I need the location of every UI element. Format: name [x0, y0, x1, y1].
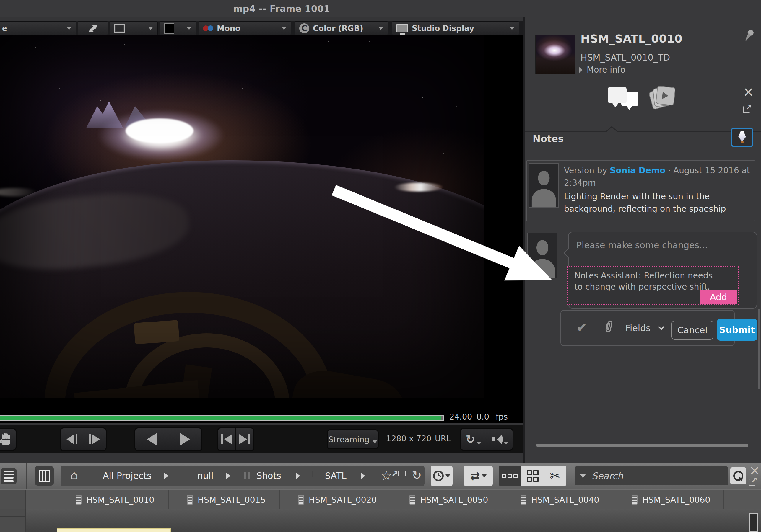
filmstrip-icon	[298, 495, 304, 505]
view-mode-toggle: ✂	[499, 465, 566, 486]
fields-dropdown[interactable]: Fields	[625, 323, 651, 333]
breadcrumb-project[interactable]: null	[197, 471, 213, 481]
goto-start-button[interactable]	[218, 428, 236, 450]
chevron-down-icon	[373, 441, 377, 444]
breadcrumb-all-projects[interactable]: All Projects	[103, 471, 151, 481]
clock-icon	[433, 471, 444, 481]
breadcrumb-sequence[interactable]: SATL	[325, 471, 347, 481]
favorite-star-icon[interactable]: ☆	[380, 469, 392, 482]
cancel-button[interactable]: Cancel	[672, 321, 713, 340]
reply-action-bar: ✔ Fields Cancel Submit	[560, 310, 735, 346]
search-input[interactable]	[592, 471, 704, 481]
author-link[interactable]: Sonia Demo	[610, 166, 665, 175]
search-filter-caret-icon	[580, 474, 586, 478]
breadcrumb-arrow-icon	[296, 473, 300, 479]
streaming-dropdown[interactable]: Streaming	[327, 429, 379, 449]
fps-rate: 24.00	[449, 412, 472, 421]
grid-view-button[interactable]	[521, 465, 544, 486]
tab-versions[interactable]	[651, 86, 680, 113]
play-reverse-icon	[147, 433, 156, 446]
channel-dropdown[interactable]: C Color (RGB)	[295, 21, 388, 35]
add-button[interactable]: Add	[700, 290, 737, 304]
shot-column-header[interactable]: HSM_SATL_0020	[279, 490, 390, 509]
display-profile-dropdown[interactable]: Studio Display	[392, 21, 519, 35]
goto-end-icon	[239, 434, 247, 444]
columns-icon	[39, 470, 50, 482]
video-viewport[interactable]: 24.00 0.0 fps	[0, 35, 523, 423]
search-button[interactable]	[730, 467, 746, 485]
close-panel-icon[interactable]: ×	[743, 85, 754, 98]
chevron-down-icon	[509, 27, 515, 30]
open-browser-external-icon[interactable]: ↗	[749, 477, 757, 486]
background-color-dropdown[interactable]	[160, 21, 196, 35]
play-group	[135, 428, 203, 451]
stereo-mode-dropdown[interactable]: Mono	[199, 21, 291, 35]
hand-icon	[1, 433, 11, 446]
breadcrumb: ⌂ All Projects null Shots SATL ☆ ↗ ↻	[61, 465, 425, 486]
speaker-icon	[492, 434, 502, 444]
notes-header: Notes	[533, 133, 564, 144]
fps-unit: fps	[496, 412, 508, 421]
horizontal-scrollbar[interactable]	[536, 444, 748, 447]
avatar	[527, 233, 557, 278]
black-swatch-icon	[164, 23, 174, 34]
timeline-scrubber[interactable]	[0, 415, 444, 421]
filmstrip-icon	[76, 495, 82, 505]
loop-button[interactable]: ↻	[461, 429, 487, 450]
chat-bubbles-icon	[608, 87, 626, 103]
list-view-icon	[501, 474, 506, 478]
submit-button[interactable]: Submit	[717, 319, 757, 341]
window-title: mp4 -- Frame 1001	[233, 4, 330, 14]
goto-end-button[interactable]	[236, 428, 254, 450]
pin-icon[interactable]	[739, 27, 758, 48]
close-browser-icon[interactable]: ×	[749, 464, 760, 477]
check-icon[interactable]: ✔	[576, 320, 587, 335]
shot-column-header[interactable]: HSM_SATL_0015	[168, 490, 279, 509]
video-frame	[0, 35, 484, 398]
annotate-button[interactable]	[731, 128, 753, 147]
breadcrumb-shots[interactable]: Shots	[257, 471, 281, 481]
reply-placeholder: Please make some changes...	[576, 240, 708, 250]
recent-history-button[interactable]	[431, 465, 452, 486]
search-field[interactable]	[575, 466, 728, 485]
pan-zoom-button[interactable]	[78, 21, 108, 35]
shot-column-header[interactable]: HSM_SATL_0010	[57, 490, 168, 509]
frame-mode-dropdown[interactable]	[110, 21, 158, 35]
title-bar: mp4 -- Frame 1001	[0, 0, 761, 17]
avatar	[529, 163, 558, 208]
breadcrumb-arrow-icon	[164, 473, 168, 479]
open-external-icon[interactable]: ↗	[743, 104, 752, 113]
transport-controls: Streaming 1280 x 720 URL ↻	[0, 425, 523, 453]
notes-assistant-suggestion[interactable]: Notes Assistant: Reflection needs to cha…	[567, 266, 739, 305]
volume-button[interactable]	[487, 429, 512, 450]
menu-button[interactable]	[1, 468, 17, 485]
sort-button[interactable]: ⇄	[464, 465, 493, 486]
step-back-button[interactable]	[61, 428, 83, 450]
tab-notes[interactable]	[608, 87, 640, 113]
vertical-scrollbar[interactable]	[749, 513, 758, 532]
more-info-toggle[interactable]: More info	[579, 65, 625, 75]
version-note-card[interactable]: Version by Sonia Demo · August 15 2016 a…	[526, 160, 755, 221]
paperclip-icon[interactable]	[602, 319, 615, 334]
source-dropdown[interactable]: e	[0, 21, 76, 35]
assistant-text-line1: Notes Assistant: Reflection needs	[574, 271, 713, 281]
shot-column-header[interactable]: HSM_SATL_0040	[501, 490, 613, 509]
refresh-icon[interactable]: ↻	[412, 469, 422, 481]
layout-columns-button[interactable]	[35, 466, 54, 486]
chevron-down-icon	[658, 324, 665, 330]
play-reverse-button[interactable]	[135, 428, 168, 450]
cut-view-button[interactable]: ✂	[544, 465, 566, 486]
play-forward-button[interactable]	[168, 428, 202, 450]
version-thumbnail[interactable]	[535, 35, 575, 75]
shot-column-header[interactable]: HSM_SATL_0060	[613, 490, 724, 509]
home-icon[interactable]: ⌂	[70, 469, 78, 482]
vertical-scrollbar[interactable]	[758, 309, 760, 389]
shot-column-header[interactable]: HSM_SATL_0050	[390, 490, 502, 509]
display-profile-label: Studio Display	[412, 24, 474, 33]
chevron-down-icon	[148, 27, 153, 30]
step-forward-button[interactable]	[83, 428, 106, 450]
pan-hand-button[interactable]	[0, 428, 17, 451]
list-view-button[interactable]	[499, 465, 521, 486]
player-toolbar: e Mono C Color (RGB) Studio Display	[0, 21, 523, 35]
url-label: URL	[435, 434, 451, 443]
